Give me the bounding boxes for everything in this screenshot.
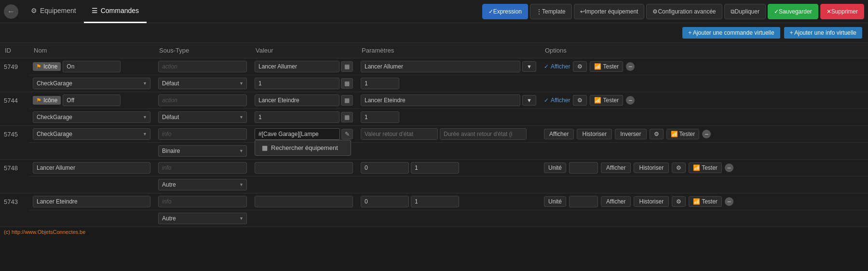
row-options-sub-5745: [540, 143, 868, 160]
historiser-btn-5745[interactable]: Historiser: [577, 129, 612, 139]
gear-btn-5748[interactable]: ⚙: [672, 163, 686, 173]
soustype-select-5748[interactable]: Autre: [158, 179, 247, 190]
valeur2-input-5744[interactable]: [255, 111, 339, 123]
params2-input-5744[interactable]: [361, 111, 399, 123]
valeur-input-5743[interactable]: [255, 196, 353, 207]
header-params: Paramètres: [357, 43, 540, 58]
template-button[interactable]: ⋮ Template: [530, 4, 572, 19]
supprimer-button[interactable]: ✕ Supprimer: [820, 4, 864, 19]
valeur-table-btn-5749[interactable]: ▦: [341, 61, 353, 72]
tab-equipement[interactable]: ⚙ Equipement: [23, 0, 84, 23]
gear-btn-5743[interactable]: ⚙: [672, 196, 686, 207]
afficher-check-5749[interactable]: ✓ Afficher: [544, 63, 570, 70]
soustype-select-5749[interactable]: Défaut: [158, 78, 247, 89]
valeur-input-5745[interactable]: [255, 128, 340, 140]
soustype-select-5744[interactable]: Défaut: [158, 111, 247, 123]
row-nom-5745: CheckGarage: [29, 126, 154, 143]
row-valeur-sub-5744: ▦: [251, 109, 357, 126]
unite-input-5748[interactable]: [569, 162, 598, 174]
importer-label: Importer équipement: [585, 8, 638, 15]
afficher-btn-5748[interactable]: Afficher: [601, 163, 631, 173]
add-virtual-cmd-button[interactable]: + Ajouter une commande virtuelle: [682, 27, 780, 39]
unite-input-5743[interactable]: [569, 196, 598, 207]
remove-btn-5749[interactable]: −: [626, 62, 635, 71]
unite-label-5748: Unité: [544, 163, 566, 173]
tab-commandes[interactable]: ☰ Commandes: [84, 0, 147, 23]
params-duree-5745[interactable]: [440, 128, 527, 140]
valeur2-input-5749[interactable]: [255, 78, 339, 89]
back-button[interactable]: ←: [4, 4, 18, 19]
afficher-check-5744[interactable]: ✓ Afficher: [544, 97, 570, 104]
row-nom-sub-5744: CheckGarage: [29, 109, 154, 126]
gear-btn-5745[interactable]: ⚙: [650, 129, 664, 139]
tab-commandes-label: Commandes: [101, 7, 139, 14]
test-btn-5745[interactable]: 📶 Tester: [666, 129, 700, 139]
sauvegarder-button[interactable]: ✓ Sauvegarder: [768, 4, 818, 19]
remove-btn-5745[interactable]: −: [702, 130, 711, 138]
afficher-btn-5743[interactable]: Afficher: [601, 196, 631, 207]
gear-btn-5744[interactable]: ⚙: [573, 95, 587, 106]
soustype-placeholder-5749[interactable]: [158, 61, 247, 72]
valeur-input-5749[interactable]: [255, 61, 339, 72]
historiser-btn-5748[interactable]: Historiser: [634, 163, 669, 173]
test-btn-5743[interactable]: 📶 Tester: [689, 196, 722, 207]
remove-btn-5748[interactable]: −: [725, 163, 733, 172]
nom-select-5744[interactable]: CheckGarage: [33, 111, 150, 123]
icone-label: Icône: [43, 63, 57, 70]
row-nom-5748: [29, 160, 154, 176]
params-select-btn-5749[interactable]: ▼: [522, 61, 536, 72]
inverser-btn-5745[interactable]: Inverser: [615, 129, 646, 139]
nom-input-5748[interactable]: [33, 162, 150, 174]
params-val-5743[interactable]: [361, 196, 409, 207]
valeur-table-btn-5744[interactable]: ▦: [341, 95, 353, 106]
soustype-placeholder-5748[interactable]: [158, 162, 247, 174]
soustype-placeholder-5743[interactable]: [158, 196, 247, 207]
params-val-5748[interactable]: [361, 162, 409, 174]
config-button[interactable]: ⚙ Configuration avancée: [646, 4, 722, 19]
params-val2-5748[interactable]: [411, 162, 459, 174]
row-soustype-5748: [154, 160, 251, 176]
icone-badge-5744[interactable]: ⚑ Icône: [33, 96, 61, 105]
valeur2-table-btn-5749[interactable]: ▦: [341, 78, 353, 89]
params-input-5749[interactable]: [361, 61, 520, 72]
header-id: ID: [0, 43, 29, 58]
row-params-5749: ▼: [357, 58, 540, 75]
icone-badge-5749[interactable]: ⚑ Icône: [33, 62, 61, 71]
params-val2-5743[interactable]: [411, 196, 459, 207]
valeur-edit-btn-5745[interactable]: ✎: [341, 129, 353, 139]
remove-btn-5743[interactable]: −: [725, 197, 733, 206]
soustype-placeholder-5745[interactable]: [158, 128, 247, 140]
remove-btn-5744[interactable]: −: [626, 96, 635, 105]
valeur2-table-btn-5744[interactable]: ▦: [341, 112, 353, 122]
soustype-select-5745[interactable]: Binaire: [158, 145, 247, 157]
add-virtual-info-button[interactable]: + Ajouter une info virtuelle: [784, 27, 862, 39]
valeur-input-5748[interactable]: [255, 162, 353, 174]
rechercher-equipement-item[interactable]: ▦ Rechercher équipement: [255, 140, 351, 155]
soustype-placeholder-5744[interactable]: [158, 95, 247, 106]
nom-input-5743[interactable]: [33, 196, 150, 207]
params2-input-5749[interactable]: [361, 78, 399, 89]
table-row-5748: 5748 Unité: [0, 160, 868, 176]
test-btn-5749[interactable]: 📶 Tester: [590, 61, 623, 72]
params-input-5744[interactable]: [361, 95, 520, 106]
gear-btn-5749[interactable]: ⚙: [573, 61, 587, 72]
nom-select-5749[interactable]: CheckGarage: [33, 78, 150, 89]
nom-on-input[interactable]: [63, 61, 121, 72]
row-options-5748: Unité Afficher Historiser ⚙ 📶 Tester −: [540, 160, 868, 176]
dupliquer-button[interactable]: ⧉ Dupliquer: [724, 4, 766, 19]
row-soustype-5749: [154, 58, 251, 75]
valeur-input-5744[interactable]: [255, 95, 339, 106]
params-retour-5745[interactable]: [361, 128, 438, 140]
historiser-btn-5743[interactable]: Historiser: [634, 196, 669, 207]
nom-select-5745[interactable]: CheckGarage: [33, 128, 150, 140]
afficher-btn-5745[interactable]: Afficher: [544, 129, 574, 139]
row-id-5748: 5748: [0, 160, 29, 193]
row-nom-sub-5748: [29, 176, 154, 193]
soustype-select-5743[interactable]: Autre: [158, 213, 247, 224]
test-btn-5748[interactable]: 📶 Tester: [689, 163, 722, 173]
test-btn-5744[interactable]: 📶 Tester: [590, 95, 623, 106]
nom-off-input-5744[interactable]: [63, 95, 121, 106]
importer-button[interactable]: ↩ Importer équipement: [574, 4, 645, 19]
expression-button[interactable]: ✓ Expression: [482, 4, 528, 19]
params-select-btn-5744[interactable]: ▼: [522, 95, 536, 106]
